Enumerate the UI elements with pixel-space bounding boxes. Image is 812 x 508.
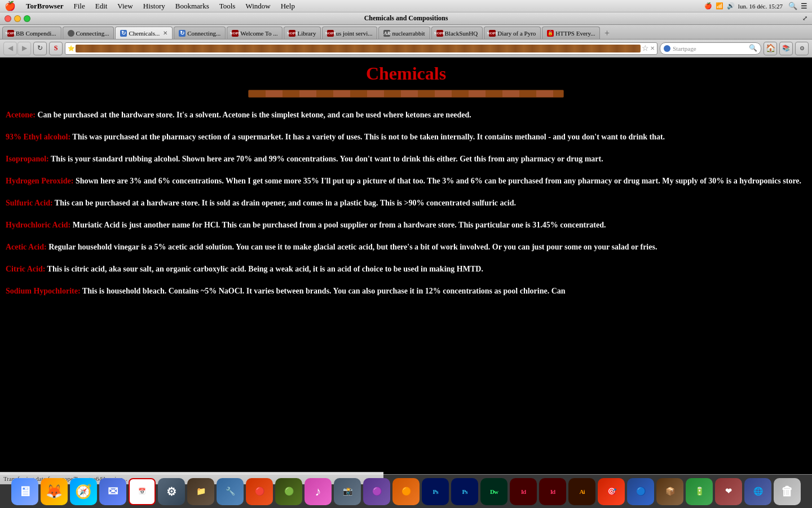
dock-app6[interactable]: ⚙ [158, 478, 185, 505]
entry-hydrogen-peroxide: Hydrogen Peroxide: Shown here are 3% and… [6, 175, 806, 187]
dock-illustrator[interactable]: Ai [568, 478, 595, 505]
dock-app22[interactable]: 🔵 [627, 478, 654, 505]
entry-text-citric: This is citric acid, aka sour salt, an o… [45, 265, 483, 273]
entry-citric-acid: Citric Acid: This is citric acid, aka so… [6, 263, 806, 275]
tab-nuclear-rabbit[interactable]: AR nuclearrabbit [378, 27, 430, 39]
entry-text-ethyl: This was purchased at the pharmacy secti… [70, 133, 665, 141]
tab-bar: NOPE BB Compendi... Connecting... ↻ Chem… [0, 25, 812, 40]
entry-label-ethyl: 93% Ethyl alcohol: [6, 133, 70, 141]
dock-itunes[interactable]: ♪ [304, 478, 332, 505]
dock-app23[interactable]: 📦 [656, 478, 683, 505]
address-bar[interactable]: ⭐ ☆ ✕ [65, 42, 657, 55]
maximize-button[interactable] [24, 15, 30, 22]
bookmark-star[interactable]: ☆ [642, 43, 649, 53]
tab-label-4: Connecting... [187, 30, 220, 37]
minimize-button[interactable] [14, 15, 21, 22]
resize-icon[interactable]: ⤢ [802, 15, 807, 22]
dock-ical[interactable]: 📅 [129, 478, 156, 505]
dock-app25[interactable]: ❤ [715, 478, 742, 505]
menu-window[interactable]: Window [241, 1, 275, 12]
address-close[interactable]: ✕ [650, 45, 655, 51]
dock-safari[interactable]: 🧭 [70, 478, 97, 505]
s-button[interactable]: S [49, 42, 63, 55]
tab-label-7: us joint servi... [336, 30, 372, 37]
menu-help[interactable]: Help [276, 1, 299, 12]
window-title: Chemicals and Compositions [364, 14, 448, 23]
dock-finder[interactable]: 🖥 [11, 478, 38, 505]
dock-trash[interactable]: 🗑 [774, 478, 801, 505]
apple-menu[interactable]: 🍎 [5, 1, 16, 11]
tab-welcome-to[interactable]: NOPE Welcome To ... [227, 27, 283, 39]
tab-library[interactable]: NOPE Library [284, 27, 321, 39]
dock-app24[interactable]: 🔋 [686, 478, 713, 505]
entry-label-sodium: Sodium Hypochlorite: [6, 287, 81, 295]
dock-app9[interactable]: 🔴 [246, 478, 273, 505]
home-button[interactable]: 🏠 [764, 42, 777, 55]
tab-favicon-11: 🔒 [547, 30, 554, 37]
dock-indesign[interactable]: Id [510, 478, 537, 505]
tab-favicon-9: NOPE [436, 30, 443, 37]
tab-bb-compendi[interactable]: NOPE BB Compendi... [2, 27, 61, 39]
page-title: Chemicals [6, 63, 806, 84]
tab-connecting-1[interactable]: Connecting... [63, 27, 114, 39]
menu-bookmarks[interactable]: Bookmarks [171, 1, 214, 12]
dock-app12[interactable]: 📸 [334, 478, 361, 505]
entry-acetic-acid: Acetic Acid: Regular household vinegar i… [6, 241, 806, 253]
notification-icon[interactable]: ☰ [801, 2, 807, 11]
dock-photoshop[interactable]: Ps [422, 478, 449, 505]
battery-icon: 🍎 [704, 2, 712, 10]
tab-us-joint[interactable]: NOPE us joint servi... [322, 27, 377, 39]
search-icon[interactable]: 🔍 [749, 44, 757, 52]
menu-edit[interactable]: Edit [91, 1, 112, 12]
dock-firefox[interactable]: 🦊 [41, 478, 68, 505]
tab-favicon-8: AR [383, 30, 390, 37]
tab-label-1: BB Compendi... [16, 30, 56, 37]
entry-label-citric: Citric Acid: [6, 265, 45, 273]
forward-button[interactable]: ▶ [17, 42, 31, 55]
dock-mail[interactable]: ✉ [99, 478, 126, 505]
dock-app7[interactable]: 📁 [187, 478, 214, 505]
entry-text-h2o2: Shown here are 3% and 6% concentrations.… [73, 177, 801, 185]
dock-app14[interactable]: 🟠 [392, 478, 420, 505]
tab-diary-pyro[interactable]: NOPE Diary of a Pyro [484, 27, 541, 39]
tab-favicon-7: NOPE [327, 30, 334, 37]
dock-indesign2[interactable]: Id [539, 478, 566, 505]
menu-history[interactable]: History [139, 1, 170, 12]
tab-close-3[interactable]: ✕ [163, 30, 167, 36]
tab-https-every[interactable]: 🔒 HTTPS Every... [542, 27, 600, 39]
menu-torbrowser[interactable]: TorBrowser [21, 1, 68, 12]
tab-connecting-2[interactable]: ↻ Connecting... [174, 27, 226, 39]
tab-label-11: HTTPS Every... [555, 30, 595, 37]
new-tab-button[interactable]: + [601, 28, 612, 39]
dock-app8[interactable]: 🔧 [217, 478, 244, 505]
menu-file[interactable]: File [69, 1, 89, 12]
entry-label-h2o2: Hydrogen Peroxide: [6, 177, 73, 185]
tab-blacksunhq[interactable]: NOPE BlackSunHQ [431, 27, 483, 39]
menu-view[interactable]: View [113, 1, 137, 12]
tab-favicon-5: NOPE [232, 30, 239, 37]
volume-icon: 🔊 [727, 2, 735, 10]
dock-dreamweaver[interactable]: Dw [480, 478, 508, 505]
menu-tools[interactable]: Tools [215, 1, 240, 12]
close-button[interactable] [5, 15, 11, 22]
dock-app10[interactable]: 🟢 [275, 478, 302, 505]
search-bar[interactable]: Startpage 🔍 [660, 42, 761, 55]
dock-app21[interactable]: 🎯 [598, 478, 625, 505]
dock-app26[interactable]: 🌐 [744, 478, 771, 505]
back-button[interactable]: ◀ [3, 42, 17, 55]
options-button[interactable]: ⚙ [795, 42, 809, 55]
tab-chemicals[interactable]: ↻ Chemicals... ✕ [115, 27, 173, 39]
toolbar: ◀ ▶ ↻ S ⭐ ☆ ✕ Startpage 🔍 🏠 📚 ⚙ [0, 40, 812, 58]
search-placeholder: Startpage [673, 45, 696, 52]
bookmarks-button[interactable]: 📚 [779, 42, 793, 55]
dock-photoshop2[interactable]: Ps [451, 478, 478, 505]
dock-app13[interactable]: 🟣 [363, 478, 390, 505]
divider-bar [248, 90, 564, 98]
entry-isopropanol: Isopropanol: This is your standard rubbi… [6, 153, 806, 165]
reload-button[interactable]: ↻ [33, 42, 47, 55]
page-content: Chemicals Acetone: Can be purchased at t… [0, 58, 812, 496]
entry-text-acetone: Can be purchased at the hardware store. … [36, 111, 471, 119]
address-bar-lock: ⭐ [68, 45, 74, 51]
entry-text-hcl: Muriatic Acid is just another name for H… [70, 221, 606, 229]
search-icon[interactable]: 🔍 [788, 2, 797, 11]
